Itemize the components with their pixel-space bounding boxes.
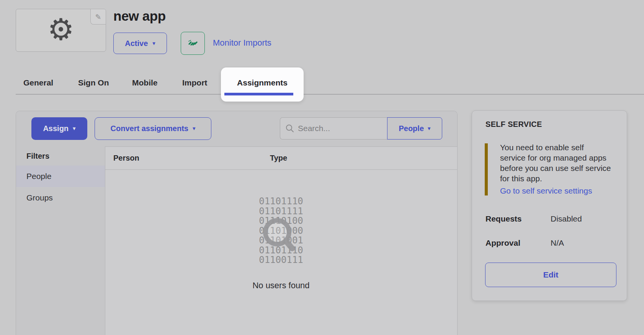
app-status-dropdown[interactable]: Active [113, 33, 167, 54]
assignments-panel: Assign Convert assignments People [16, 111, 458, 335]
requests-row: Requests Disabled [485, 214, 615, 224]
approval-row: Approval N/A [485, 238, 615, 248]
self-service-heading: SELF SERVICE [485, 120, 542, 129]
tab-general[interactable]: General [23, 78, 53, 87]
app-logo-box [16, 9, 106, 52]
tab-sign-on[interactable]: Sign On [78, 78, 109, 87]
search-group: People [280, 117, 442, 140]
requests-label: Requests [485, 214, 522, 223]
tab-import[interactable]: Import [182, 78, 207, 87]
sidebar-item-people[interactable]: People [16, 166, 105, 187]
assign-button-label: Assign [43, 124, 69, 133]
page-title: new app [113, 8, 166, 24]
assign-button[interactable]: Assign [31, 117, 87, 140]
pencil-icon [95, 13, 101, 21]
approval-value: N/A [551, 238, 564, 248]
search-scope-label: People [399, 124, 424, 133]
empty-state-message: No users found [105, 281, 457, 291]
filters-heading: Filters [16, 146, 105, 166]
app-settings-page: new app Active Monitor Imports General S… [0, 0, 644, 335]
binary-line: 01101110 [105, 197, 457, 207]
convert-button-label: Convert assignments [111, 124, 188, 133]
active-tab-indicator [224, 93, 293, 95]
filters-sidebar: Filters People Groups [16, 146, 105, 335]
chevron-down-icon [193, 126, 196, 131]
warning-bar [485, 143, 488, 195]
binary-line: 01100111 [105, 255, 457, 265]
handshake-icon [188, 40, 198, 47]
notice-text: You need to enable self service for org … [500, 142, 611, 184]
tab-assignments[interactable]: Assignments [221, 67, 304, 102]
edit-logo-button[interactable] [90, 9, 106, 25]
self-service-notice: You need to enable self service for org … [485, 142, 611, 195]
search-scope-dropdown[interactable]: People [387, 117, 442, 140]
magnifier-icon [260, 215, 297, 255]
tab-assignments-label: Assignments [221, 78, 304, 87]
tabs-divider [16, 94, 644, 95]
chevron-down-icon [428, 126, 431, 131]
column-header-person: Person [113, 146, 139, 169]
convert-assignments-button[interactable]: Convert assignments [95, 117, 211, 140]
assignments-table-header: Person Type [105, 146, 457, 170]
assignments-toolbar: Assign Convert assignments People [16, 111, 457, 147]
requests-value: Disabled [551, 214, 582, 223]
approval-label: Approval [485, 238, 520, 248]
sidebar-item-groups[interactable]: Groups [16, 187, 105, 209]
tab-mobile[interactable]: Mobile [132, 78, 158, 87]
provisioning-button[interactable] [181, 32, 205, 55]
self-service-panel: SELF SERVICE You need to enable self ser… [472, 110, 627, 301]
column-header-type: Type [270, 146, 287, 169]
search-input[interactable] [280, 117, 387, 140]
chevron-down-icon [152, 41, 155, 46]
edit-button[interactable]: Edit [485, 263, 616, 287]
self-service-settings-link[interactable]: Go to self service settings [500, 186, 592, 195]
search-field [280, 117, 387, 140]
app-status-label: Active [125, 39, 148, 48]
chevron-down-icon [73, 126, 76, 131]
binary-line: 01101111 [105, 207, 457, 217]
monitor-imports-link[interactable]: Monitor Imports [213, 38, 271, 48]
